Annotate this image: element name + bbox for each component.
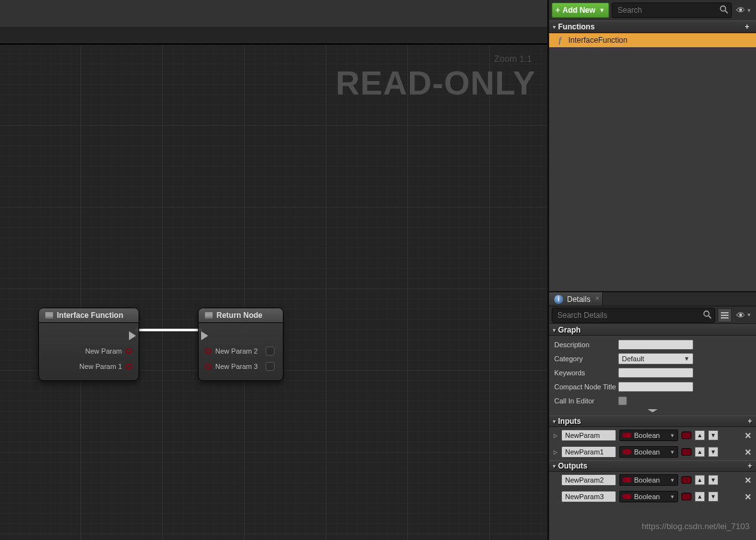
category-title: Inputs <box>558 417 581 426</box>
details-tab[interactable]: i Details × <box>549 292 603 306</box>
container-type-button[interactable] <box>681 431 692 439</box>
collapse-triangle-icon: ▾ <box>553 419 556 424</box>
param-name-input[interactable]: NewParam2 <box>561 474 616 486</box>
pin-label: New Param <box>86 347 122 355</box>
category-title: Outputs <box>558 461 587 470</box>
add-output-button[interactable]: + <box>748 461 752 470</box>
search-wrap <box>612 3 732 18</box>
node-header[interactable]: Return Node <box>199 308 283 323</box>
param-type-combobox[interactable]: Boolean ▼ <box>619 446 678 458</box>
details-search-input[interactable] <box>552 308 715 323</box>
zoom-level-label: Zoom 1:1 <box>494 54 532 64</box>
chevron-down-icon: ▼ <box>670 449 675 455</box>
prop-description: Description <box>549 338 756 352</box>
pin-default-checkbox[interactable] <box>266 362 275 371</box>
param-type-combobox[interactable]: Boolean ▼ <box>619 491 678 502</box>
move-down-button[interactable]: ▼ <box>708 475 718 485</box>
pin-default-checkbox[interactable] <box>266 347 275 356</box>
call-in-editor-checkbox[interactable] <box>618 396 627 405</box>
output-pin-newparam[interactable]: New Param <box>45 343 132 359</box>
keywords-input[interactable] <box>618 368 693 378</box>
move-up-button[interactable]: ▲ <box>695 491 705 502</box>
search-icon[interactable] <box>702 310 713 322</box>
type-label: Boolean <box>634 448 660 456</box>
expand-advanced-toggle[interactable] <box>549 408 756 414</box>
graph-category-header[interactable]: ▾ Graph <box>549 324 756 336</box>
combo-value: Default <box>622 355 644 363</box>
node-interface-function[interactable]: Interface Function New Param New Param 1 <box>38 308 139 381</box>
section-title: Functions <box>558 22 594 31</box>
container-type-button[interactable] <box>681 448 692 456</box>
node-header-icon <box>45 312 53 319</box>
node-header-icon <box>205 312 213 319</box>
collapse-triangle-icon: ▾ <box>553 24 556 30</box>
param-name-input[interactable]: NewParam1 <box>561 446 616 458</box>
add-new-label: Add New <box>563 6 595 15</box>
compact-title-input[interactable] <box>618 382 693 392</box>
blueprint-graph-canvas[interactable]: Zoom 1:1 READ-ONLY Interface Function Ne… <box>0 43 547 540</box>
search-icon[interactable] <box>719 4 729 17</box>
exec-in-pin[interactable] <box>205 328 276 343</box>
delete-param-button[interactable]: ✕ <box>743 476 753 485</box>
graph-toolbar-strip <box>0 0 547 27</box>
view-options-button[interactable]: 👁 ▼ <box>734 3 753 18</box>
delete-param-button[interactable]: ✕ <box>743 447 753 457</box>
add-new-button[interactable]: + Add New ▼ <box>552 3 609 18</box>
exec-out-pin[interactable] <box>45 328 132 343</box>
inputs-category-header[interactable]: ▾ Inputs + <box>549 416 756 427</box>
node-title: Return Node <box>216 311 262 320</box>
move-down-button[interactable]: ▼ <box>708 491 718 502</box>
param-type-combobox[interactable]: Boolean ▼ <box>619 474 678 486</box>
details-search-row: 👁 ▼ <box>549 306 756 324</box>
move-up-button[interactable]: ▲ <box>695 430 705 440</box>
move-down-button[interactable]: ▼ <box>708 430 718 440</box>
property-matrix-button[interactable] <box>718 308 732 322</box>
param-type-combobox[interactable]: Boolean ▼ <box>619 430 678 441</box>
close-icon[interactable]: × <box>595 294 599 302</box>
function-item-interfacefunction[interactable]: f InterfaceFunction <box>549 33 756 47</box>
node-title: Interface Function <box>57 311 123 320</box>
input-pin-newparam3[interactable]: New Param 3 <box>205 359 276 374</box>
chevron-down-icon: ▼ <box>599 7 605 13</box>
add-function-button[interactable]: + <box>742 22 752 31</box>
type-label: Boolean <box>634 493 660 500</box>
function-name: InterfaceFunction <box>568 36 628 45</box>
node-return[interactable]: Return Node New Param 2 New Param 3 <box>198 308 284 381</box>
expand-triangle-icon[interactable]: ▷ <box>553 433 558 439</box>
details-view-options[interactable]: 👁 ▼ <box>734 308 753 323</box>
collapse-triangle-icon: ▾ <box>553 327 556 333</box>
delete-param-button[interactable]: ✕ <box>743 431 753 440</box>
prop-compact-node-title: Compact Node Title <box>549 380 756 394</box>
outputs-category-header[interactable]: ▾ Outputs + <box>549 460 756 472</box>
category-combobox[interactable]: Default ▼ <box>618 353 693 364</box>
type-color-pill <box>623 494 631 499</box>
my-blueprint-toolbar: + Add New ▼ 👁 ▼ <box>549 0 756 20</box>
functions-section-header[interactable]: ▾ Functions + <box>549 20 756 33</box>
move-up-button[interactable]: ▲ <box>695 475 705 485</box>
description-input[interactable] <box>618 340 693 350</box>
move-up-button[interactable]: ▲ <box>695 447 705 457</box>
search-input[interactable] <box>612 3 732 18</box>
add-input-button[interactable]: + <box>748 417 752 426</box>
readonly-watermark: READ-ONLY <box>336 64 536 102</box>
graph-area: Zoom 1:1 READ-ONLY Interface Function Ne… <box>0 0 547 540</box>
svg-line-1 <box>725 11 728 13</box>
type-label: Boolean <box>634 476 660 484</box>
param-name-input[interactable]: NewParam3 <box>561 491 616 502</box>
output-pin-newparam1[interactable]: New Param 1 <box>45 359 132 374</box>
expand-triangle-icon[interactable]: ▷ <box>553 449 558 455</box>
node-header[interactable]: Interface Function <box>39 308 139 323</box>
output-param-row-1: ▷ NewParam3 Boolean ▼ ▲ ▼ ✕ <box>549 488 756 505</box>
param-name-input[interactable]: NewParam <box>561 430 616 441</box>
prop-label: Description <box>554 341 618 349</box>
prop-label: Call In Editor <box>554 397 618 405</box>
pin-label: New Param 1 <box>79 363 122 370</box>
container-type-button[interactable] <box>681 476 692 484</box>
container-type-button[interactable] <box>681 493 692 500</box>
output-param-row-0: ▷ NewParam2 Boolean ▼ ▲ ▼ ✕ <box>549 472 756 488</box>
chevron-down-icon: ▼ <box>670 477 675 483</box>
input-pin-newparam2[interactable]: New Param 2 <box>205 343 276 359</box>
move-down-button[interactable]: ▼ <box>708 447 718 457</box>
details-panel: i Details × 👁 ▼ ▾ Graph <box>549 291 756 540</box>
delete-param-button[interactable]: ✕ <box>743 492 753 502</box>
